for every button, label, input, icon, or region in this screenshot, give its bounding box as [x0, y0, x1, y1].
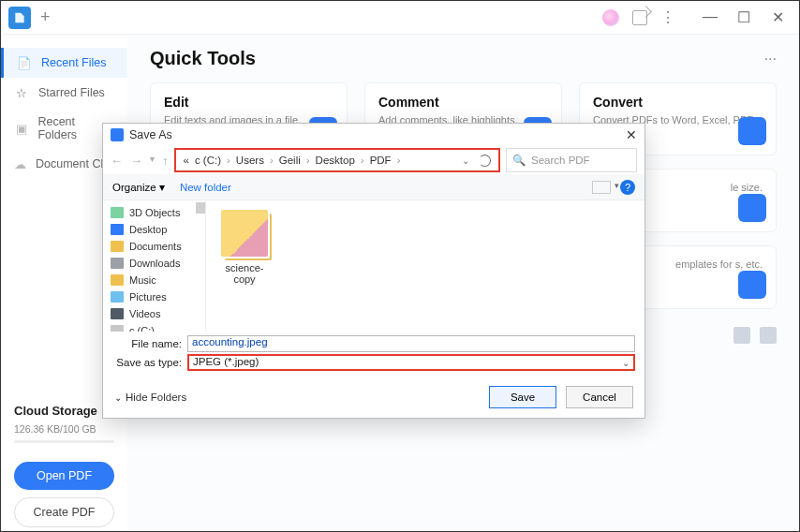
tree-desktop[interactable]: Desktop [103, 221, 205, 238]
sidebar-item-recent-files[interactable]: 📄Recent Files [1, 48, 127, 78]
nav-forward-button[interactable]: → [130, 154, 142, 168]
music-icon [111, 274, 124, 286]
star-icon: ☆ [14, 85, 29, 100]
drive-icon [111, 325, 124, 332]
more-menu-button[interactable]: ⋮ [660, 8, 675, 26]
grid-view-button[interactable] [760, 327, 777, 344]
theme-icon[interactable] [602, 9, 619, 26]
desktop-icon [111, 224, 124, 235]
chevron-down-icon: ⌄ [114, 392, 122, 403]
cloud-usage-bar [14, 440, 114, 443]
convert-icon [738, 117, 766, 145]
hide-folders-button[interactable]: ⌄Hide Folders [114, 392, 186, 403]
cloud-usage-text: 126.36 KB/100 GB [1, 423, 127, 440]
cloud-icon: ☁ [14, 156, 26, 171]
videos-icon [111, 308, 124, 319]
dialog-icon [111, 128, 124, 141]
downloads-icon [111, 258, 124, 269]
minimize-button[interactable]: — [696, 8, 724, 26]
folder-icon [221, 210, 268, 257]
dialog-title: Save As [129, 128, 172, 141]
chevron-down-icon[interactable]: ⌄ [462, 155, 469, 166]
tree-pictures[interactable]: Pictures [103, 288, 205, 305]
new-tab-button[interactable]: + [40, 7, 51, 27]
tree-drive-c[interactable]: c (C:) [103, 322, 205, 332]
sidebar-item-starred-files[interactable]: ☆Starred Files [1, 78, 127, 108]
folder-tree: 3D Objects Desktop Documents Downloads M… [103, 200, 206, 332]
dialog-close-button[interactable]: ✕ [626, 127, 637, 142]
content-more-button[interactable]: ··· [764, 51, 777, 67]
refresh-icon[interactable] [479, 155, 491, 167]
filename-label: File name: [112, 338, 187, 349]
search-icon: 🔍 [512, 154, 526, 167]
share-icon[interactable] [632, 10, 647, 25]
tree-downloads[interactable]: Downloads [103, 255, 205, 272]
cancel-button[interactable]: Cancel [566, 386, 633, 408]
page-title: Quick Tools [150, 48, 256, 69]
save-as-dialog: Save As ✕ ← → ▾ ↑ « c (C:)› Users› Geili… [102, 123, 645, 419]
list-view-button[interactable] [733, 327, 750, 344]
file-pane[interactable]: science-copy [206, 200, 644, 332]
nav-dropdown-button[interactable]: ▾ [150, 154, 155, 168]
maximize-button[interactable]: ☐ [730, 8, 758, 26]
tree-videos[interactable]: Videos [103, 305, 205, 322]
tree-3d-objects[interactable]: 3D Objects [103, 204, 205, 221]
app-titlebar: + ⋮ — ☐ ✕ [1, 1, 799, 35]
organize-button[interactable]: Organize ▾ [112, 181, 165, 194]
tree-documents[interactable]: Documents [103, 238, 205, 255]
nav-up-button[interactable]: ↑ [162, 154, 169, 168]
create-pdf-button[interactable]: Create PDF [14, 497, 114, 527]
breadcrumb-bar[interactable]: « c (C:)› Users› Geili› Desktop› PDF› ⌄ [174, 148, 501, 172]
file-icon: 📄 [17, 55, 32, 70]
tree-music[interactable]: Music [103, 272, 205, 288]
nav-back-button[interactable]: ← [111, 154, 123, 168]
app-logo-icon [8, 7, 31, 29]
open-pdf-button[interactable]: Open PDF [14, 462, 114, 490]
3d-icon [111, 207, 124, 218]
filename-input[interactable]: accounting.jpeg [187, 335, 635, 352]
saveastype-select[interactable]: JPEG (*.jpeg)⌄ [187, 354, 635, 371]
chevron-down-icon: ⌄ [622, 358, 630, 368]
search-input[interactable]: 🔍 Search PDF [506, 148, 637, 172]
template-icon [738, 271, 766, 299]
folder-icon: ▣ [14, 121, 28, 136]
documents-icon [111, 241, 124, 252]
file-thumbnail[interactable]: science-copy [215, 210, 274, 285]
view-toggle-button[interactable] [592, 181, 611, 194]
new-folder-button[interactable]: New folder [180, 182, 231, 193]
help-button[interactable]: ? [620, 180, 635, 195]
close-button[interactable]: ✕ [763, 8, 792, 26]
save-button[interactable]: Save [489, 386, 556, 408]
saveastype-label: Save as type: [112, 357, 187, 368]
compress-icon [738, 194, 766, 222]
pictures-icon [111, 291, 124, 303]
